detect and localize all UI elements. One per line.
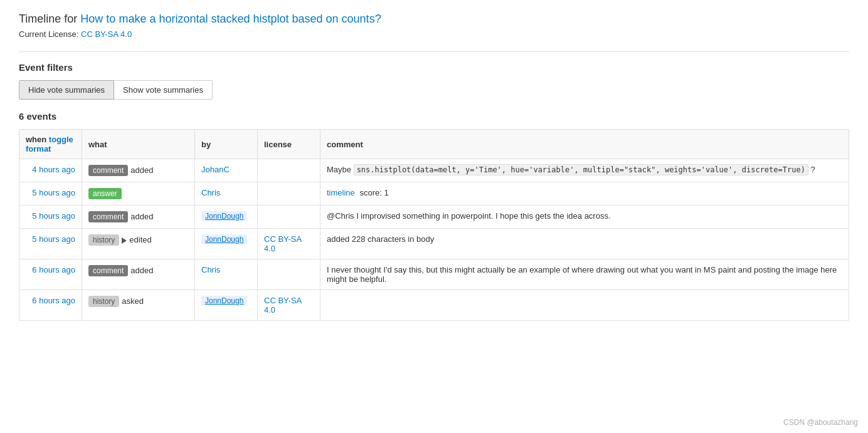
cell-license: CC BY-SA 4.0 [258, 229, 320, 259]
table-row: 6 hours agocommentaddedChrisI never thou… [19, 259, 849, 290]
cell-by: JonnDough [195, 290, 258, 321]
by-user-plain[interactable]: Chris [201, 265, 220, 274]
cell-what: commentadded [82, 159, 195, 182]
cell-when: 5 hours ago [19, 206, 82, 229]
event-filters-label: Event filters [19, 62, 849, 73]
license-line: Current License: CC BY-SA 4.0 [19, 29, 849, 39]
cell-comment [320, 290, 849, 321]
toggle-format-link[interactable]: toggle format [26, 135, 73, 154]
col-what: what [82, 130, 195, 159]
cell-what: commentadded [82, 259, 195, 290]
cell-by: Chris [195, 182, 258, 206]
when-link[interactable]: 6 hours ago [32, 296, 75, 305]
cell-license [258, 206, 320, 229]
what-text: asked [122, 296, 144, 306]
cell-by: JonnDough [195, 206, 258, 229]
badge-history: history [88, 296, 119, 307]
cell-by: Chris [195, 259, 258, 290]
expand-icon[interactable] [122, 237, 127, 244]
when-link[interactable]: 5 hours ago [32, 211, 75, 221]
license-link[interactable]: CC BY-SA 4.0 [264, 296, 302, 315]
cell-comment: @Chris I improvised something in powerpo… [320, 206, 849, 229]
table-row: 5 hours agocommentaddedJonnDough@Chris I… [19, 206, 849, 229]
show-vote-summaries-button[interactable]: Show vote summaries [114, 80, 213, 100]
by-user-plain[interactable]: Chris [201, 188, 220, 197]
col-license: license [258, 130, 320, 159]
what-text: added [130, 165, 153, 175]
timeline-link[interactable]: timeline [327, 188, 355, 197]
cell-when: 6 hours ago [19, 290, 82, 321]
cell-what: commentadded [82, 206, 195, 229]
badge-comment: comment [88, 265, 128, 276]
cell-comment: I never thought I'd say this, but this m… [320, 259, 849, 290]
cell-when: 4 hours ago [19, 159, 82, 182]
cell-comment: timeline score: 1 [320, 182, 849, 206]
when-link[interactable]: 6 hours ago [32, 265, 75, 274]
question-link[interactable]: How to make a horizontal stacked histplo… [80, 13, 381, 25]
table-row: 4 hours agocommentaddedJohanCMaybe sns.h… [19, 159, 849, 182]
by-user-boxed[interactable]: JonnDough [201, 234, 247, 244]
by-user-boxed[interactable]: JonnDough [201, 296, 247, 306]
page-title: Timeline for How to make a horizontal st… [19, 13, 849, 26]
cell-license [258, 182, 320, 206]
col-when: when toggle format [19, 130, 82, 159]
cell-what: historyedited [82, 229, 195, 259]
table-header-row: when toggle format what by license comme… [19, 130, 849, 159]
license-prefix: Current License: [19, 29, 81, 39]
when-link[interactable]: 5 hours ago [32, 234, 75, 244]
cell-when: 5 hours ago [19, 182, 82, 206]
badge-history: history [88, 234, 119, 246]
col-comment: comment [320, 130, 849, 159]
cell-license [258, 159, 320, 182]
table-row: 6 hours agohistoryaskedJonnDoughCC BY-SA… [19, 290, 849, 321]
score-text: score: 1 [357, 188, 389, 197]
filter-buttons: Hide vote summaries Show vote summaries [19, 80, 849, 100]
cell-license [258, 259, 320, 290]
cell-comment: added 228 characters in body [320, 229, 849, 259]
title-prefix: Timeline for [19, 13, 80, 25]
col-by: by [195, 130, 258, 159]
when-link[interactable]: 4 hours ago [32, 165, 75, 174]
badge-answer: answer [88, 188, 122, 199]
what-text: added [130, 266, 153, 275]
events-count: 6 events [19, 111, 849, 122]
by-user-boxed[interactable]: JonnDough [201, 211, 247, 221]
cell-what: answer [82, 182, 195, 206]
cell-by: JonnDough [195, 229, 258, 259]
table-row: 5 hours agohistoryeditedJonnDoughCC BY-S… [19, 229, 849, 259]
cell-what: historyasked [82, 290, 195, 321]
cell-comment: Maybe sns.histplot(data=melt, y='Time', … [320, 159, 849, 182]
cell-license: CC BY-SA 4.0 [258, 290, 320, 321]
badge-comment: comment [88, 211, 128, 222]
cell-when: 5 hours ago [19, 229, 82, 259]
what-text: edited [129, 235, 151, 244]
what-text: added [130, 212, 153, 221]
table-row: 5 hours agoanswerChristimeline score: 1 [19, 182, 849, 206]
events-table: when toggle format what by license comme… [19, 129, 849, 321]
section-divider [19, 51, 849, 52]
badge-comment: comment [88, 165, 128, 176]
cell-when: 6 hours ago [19, 259, 82, 290]
when-link[interactable]: 5 hours ago [32, 188, 75, 197]
inline-code: sns.histplot(data=melt, y='Time', hue='v… [354, 164, 808, 175]
cell-by: JohanC [195, 159, 258, 182]
license-link[interactable]: CC BY-SA 4.0 [264, 234, 302, 253]
hide-vote-summaries-button[interactable]: Hide vote summaries [19, 80, 114, 100]
by-user-plain[interactable]: JohanC [201, 165, 230, 174]
license-link[interactable]: CC BY-SA 4.0 [81, 29, 132, 39]
